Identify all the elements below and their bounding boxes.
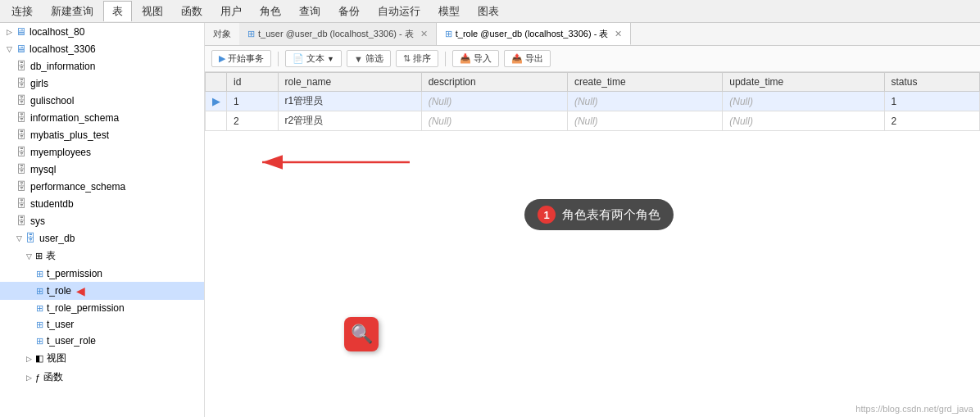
nav-function[interactable]: 函数 xyxy=(173,2,211,21)
content-area: 对象 ⊞ t_user @user_db (localhost_3306) - … xyxy=(205,23,980,417)
nav-model[interactable]: 模型 xyxy=(430,2,468,21)
table-row[interactable]: ▶ 1 r1管理员 (Null) (Null) (Null) 1 xyxy=(206,92,980,111)
filter-button[interactable]: ▼ 筛选 xyxy=(347,50,391,67)
sidebar-item-t-role-permission[interactable]: ⊞ t_role_permission xyxy=(0,300,204,316)
nav-user[interactable]: 用户 xyxy=(212,2,250,21)
db-icon: 🗄 xyxy=(16,163,27,175)
tab-t-user[interactable]: ⊞ t_user @user_db (localhost_3306) - 表 ✕ xyxy=(239,23,437,45)
sidebar-label: sys xyxy=(30,215,45,227)
sidebar: ▷ 🖥 localhost_80 ▽ 🖥 localhost_3306 🗄 db… xyxy=(0,23,205,417)
sidebar-item-tables-group[interactable]: ▽ ⊞ 表 xyxy=(0,247,204,265)
sidebar-label: 函数 xyxy=(43,370,63,384)
separator xyxy=(445,52,446,66)
btn-label: 导出 xyxy=(525,52,543,65)
sidebar-label: t_role_permission xyxy=(47,302,125,314)
db-icon: 🗄 xyxy=(16,111,27,124)
nav-connect[interactable]: 连接 xyxy=(3,2,41,21)
db-icon: 🗄 xyxy=(16,77,27,89)
cell-description: (Null) xyxy=(421,111,567,131)
table-icon: ⊞ xyxy=(36,286,43,297)
data-table-container: id role_name description create_time upd… xyxy=(205,72,980,417)
sidebar-item-t-user-role[interactable]: ⊞ t_user_role xyxy=(0,333,204,349)
sidebar-item-views-group[interactable]: ▷ ◧ 视图 xyxy=(0,349,204,368)
nav-query[interactable]: 查询 xyxy=(291,2,329,21)
row-indicator: ▶ xyxy=(206,92,227,111)
tab-t-role[interactable]: ⊞ t_role @user_db (localhost_3306) - 表 ✕ xyxy=(437,23,632,45)
table-icon: ⊞ xyxy=(36,320,43,330)
cell-status: 2 xyxy=(884,111,979,131)
sidebar-label: 表 xyxy=(46,249,56,263)
sidebar-item-t-user[interactable]: ⊞ t_user xyxy=(0,316,204,333)
btn-label: 排序 xyxy=(413,52,431,65)
sidebar-item-t-role[interactable]: ⊞ t_role ◀ xyxy=(0,282,204,300)
nav-view[interactable]: 视图 xyxy=(134,2,171,21)
expand-icon: ▽ xyxy=(26,252,32,261)
col-create-time[interactable]: create_time xyxy=(567,73,722,92)
export-button[interactable]: 📤 导出 xyxy=(504,50,551,67)
sidebar-item-funcs-group[interactable]: ▷ ƒ 函数 xyxy=(0,368,204,387)
cell-update-time: (Null) xyxy=(723,92,884,111)
sidebar-label: myemployees xyxy=(30,147,91,158)
sidebar-item-girls[interactable]: 🗄 girls xyxy=(0,75,204,92)
col-description[interactable]: description xyxy=(421,73,567,92)
sidebar-item-user-db[interactable]: ▽ 🗄 user_db xyxy=(0,229,204,247)
col-indicator xyxy=(206,73,227,92)
sidebar-item-localhost80[interactable]: ▷ 🖥 localhost_80 xyxy=(0,23,204,40)
sidebar-item-studentdb[interactable]: 🗄 studentdb xyxy=(0,195,204,212)
sidebar-label: localhost_80 xyxy=(29,26,84,38)
db-icon: 🗄 xyxy=(16,94,27,107)
sidebar-item-localhost3306[interactable]: ▽ 🖥 localhost_3306 xyxy=(0,40,204,57)
col-update-time[interactable]: update_time xyxy=(723,73,884,92)
btn-label: 导入 xyxy=(474,52,492,65)
cell-description: (Null) xyxy=(421,92,567,111)
export-icon: 📤 xyxy=(511,53,523,64)
search-fab-icon: 🔍 xyxy=(351,324,373,345)
tab-close-icon[interactable]: ✕ xyxy=(420,29,428,39)
text-button[interactable]: 📄 文本 ▼ xyxy=(285,50,342,67)
table-row[interactable]: 2 r2管理员 (Null) (Null) (Null) 2 xyxy=(206,111,980,131)
sidebar-item-myemployees[interactable]: 🗄 myemployees xyxy=(0,143,204,161)
col-role-name[interactable]: role_name xyxy=(278,73,421,92)
sidebar-item-gulischool[interactable]: 🗄 gulischool xyxy=(0,92,204,109)
nav-table[interactable]: 表 xyxy=(103,1,132,21)
nav-new-query[interactable]: 新建查询 xyxy=(43,2,102,21)
sidebar-label: localhost_3306 xyxy=(29,43,96,55)
nav-role[interactable]: 角色 xyxy=(252,2,289,21)
toolbar: ▶ 开始事务 📄 文本 ▼ ▼ 筛选 ⇅ 排序 📥 导入 xyxy=(205,46,980,72)
nav-scheduler[interactable]: 自动运行 xyxy=(370,2,429,21)
sidebar-label: girls xyxy=(30,78,48,89)
row-indicator xyxy=(206,111,227,131)
sort-button[interactable]: ⇅ 排序 xyxy=(396,50,438,67)
sidebar-item-db-information[interactable]: 🗄 db_information xyxy=(0,57,204,75)
tables-icon: ⊞ xyxy=(35,251,43,261)
nav-backup[interactable]: 备份 xyxy=(330,2,368,21)
col-status[interactable]: status xyxy=(884,73,979,92)
dropdown-icon: ▼ xyxy=(327,55,334,63)
search-fab-button[interactable]: 🔍 xyxy=(344,317,379,351)
tab-close-icon[interactable]: ✕ xyxy=(615,29,622,39)
tab-object[interactable]: 对象 xyxy=(205,23,239,45)
tab-label: t_role @user_db (localhost_3306) - 表 xyxy=(456,28,609,40)
funcs-icon: ƒ xyxy=(35,373,40,383)
cell-status: 1 xyxy=(884,92,979,111)
nav-chart[interactable]: 图表 xyxy=(470,2,507,21)
expand-icon: ▽ xyxy=(16,234,22,242)
cell-id: 2 xyxy=(227,111,279,131)
sidebar-item-mybatis-plus-test[interactable]: 🗄 mybatis_plus_test xyxy=(0,126,204,143)
table-icon: ⊞ xyxy=(36,336,43,347)
sidebar-item-performance-schema[interactable]: 🗄 performance_schema xyxy=(0,178,204,195)
col-id[interactable]: id xyxy=(227,73,279,92)
sidebar-label: studentdb xyxy=(30,198,74,210)
sidebar-item-mysql[interactable]: 🗄 mysql xyxy=(0,161,204,178)
start-transaction-button[interactable]: ▶ 开始事务 xyxy=(211,50,271,67)
table-tab-icon: ⊞ xyxy=(445,29,452,39)
annotation-tooltip: 1 角色表有两个角色 xyxy=(524,199,674,230)
btn-label: 开始事务 xyxy=(228,52,264,65)
tab-obj-label: 对象 xyxy=(213,28,231,40)
sidebar-item-t-permission[interactable]: ⊞ t_permission xyxy=(0,265,204,282)
sidebar-item-information-schema[interactable]: 🗄 information_schema xyxy=(0,109,204,126)
sidebar-item-sys[interactable]: 🗄 sys xyxy=(0,212,204,229)
import-button[interactable]: 📥 导入 xyxy=(452,50,499,67)
cell-role-name: r1管理员 xyxy=(278,92,421,111)
sidebar-label: db_information xyxy=(30,61,95,72)
